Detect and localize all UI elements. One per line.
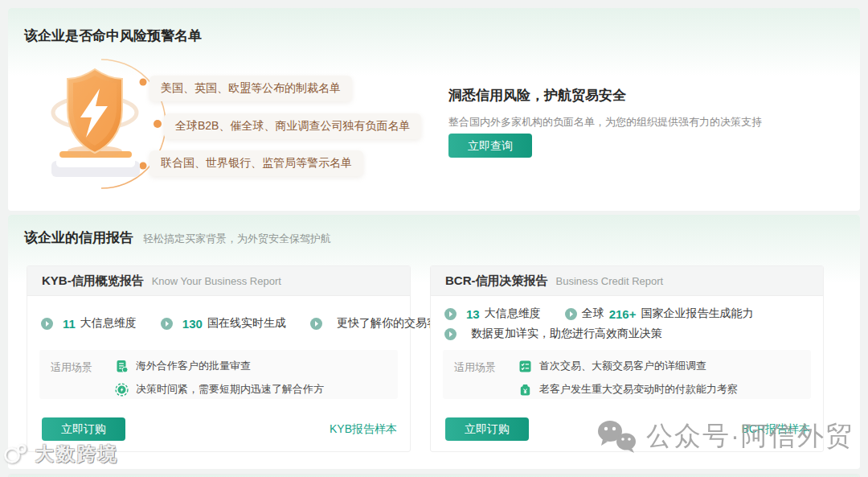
kyb-stat-countries: 130国在线实时生成 xyxy=(161,316,286,331)
kyb-stats: 11大信息维度 130国在线实时生成 更快了解你的交易客户 xyxy=(41,316,402,336)
kyb-title-cn: KYB-信用概览报告 xyxy=(42,273,144,289)
checklist-icon xyxy=(518,360,532,373)
money-bag-icon xyxy=(518,383,532,397)
kyb-scenario-batch-review: 海外合作客户的批量审查 xyxy=(115,359,324,373)
credit-report-section: 该企业的信用报告 轻松搞定买家背景，为外贸安全保驾护航 KYB-信用概览报告 K… xyxy=(8,215,860,469)
bcr-card-header: BCR-信用决策报告 Business Credit Report xyxy=(431,266,823,296)
kyb-stat-know-customer: 更快了解你的交易客户 xyxy=(310,316,449,331)
promo-title: 洞悉信用风险，护航贸易安全 xyxy=(448,86,626,105)
bcr-sample-link[interactable]: BCR报告样本 xyxy=(741,422,810,437)
bcr-scenario-box: 适用场景 首次交易、大额交易客户的详细调查 老客户发生重大交易变动时的付款能力考… xyxy=(443,350,811,399)
bcr-stats: 13大信息维度 全球216+国家企业报告生成能力 数据更加详实，助您进行高效商业… xyxy=(444,306,815,347)
sanction-list-tag: 美国、英国、欧盟等公布的制裁名单 xyxy=(149,76,352,101)
arrow-circle-icon xyxy=(310,318,322,330)
bcr-order-button[interactable]: 立即订购 xyxy=(445,417,529,441)
report-section-subtitle: 轻松搞定买家背景，为外贸安全保驾护航 xyxy=(143,232,331,246)
bcr-scenario-first-trade: 首次交易、大额交易客户的详细调查 xyxy=(518,359,738,373)
bcr-scenario-label: 适用场景 xyxy=(454,360,504,390)
promo-subtitle: 整合国内外多家机构的负面名单，为您的组织提供强有力的决策支持 xyxy=(448,115,762,130)
bcr-title-en: Business Credit Report xyxy=(556,275,664,287)
arrow-circle-icon xyxy=(41,318,53,330)
bcr-stat-countries: 全球216+国家企业报告生成能力 xyxy=(565,306,754,321)
kyb-order-button[interactable]: 立即订购 xyxy=(42,417,125,441)
kyb-scenario-fast-decision: 决策时间紧，需要短期内迅速了解合作方 xyxy=(115,382,324,397)
bcr-stat-detailed-data: 数据更加详实，助您进行高效商业决策 xyxy=(444,327,662,341)
kyb-sample-link[interactable]: KYB报告样本 xyxy=(330,422,397,437)
bcr-stat-dimensions: 13大信息维度 xyxy=(444,306,541,321)
document-check-icon xyxy=(115,360,129,373)
shield-illustration xyxy=(24,55,166,199)
kyb-scenario-box: 适用场景 海外合作客户的批量审查 决策时间紧，需要短期内迅速了解合作方 xyxy=(39,350,398,399)
shield-lightning-icon xyxy=(24,55,166,199)
kyb-scenario-label: 适用场景 xyxy=(51,360,100,390)
report-title-row: 该企业的信用报告 轻松搞定买家背景，为外贸安全保驾护航 xyxy=(24,228,331,247)
negative-list-tag: 全球B2B、催全球、商业调查公司独有负面名单 xyxy=(164,113,421,139)
report-section-title: 该企业的信用报告 xyxy=(24,228,133,247)
kyb-report-card: KYB-信用概览报告 Know Your Business Report 11大… xyxy=(27,265,411,452)
arrow-circle-icon xyxy=(161,318,173,330)
risk-warning-section: 该企业是否命中风险预警名单 xyxy=(8,8,860,211)
warning-list-tag: 联合国、世界银行、监管局等警示名单 xyxy=(149,150,363,176)
bcr-report-card: BCR-信用决策报告 Business Credit Report 13大信息维… xyxy=(430,265,824,452)
target-lightning-icon xyxy=(115,383,129,397)
arrow-circle-icon xyxy=(444,328,457,340)
bcr-title-cn: BCR-信用决策报告 xyxy=(445,273,548,289)
query-now-button[interactable]: 立即查询 xyxy=(448,134,532,158)
arrow-circle-icon xyxy=(565,308,577,320)
bcr-scenario-payment-ability: 老客户发生重大交易变动时的付款能力考察 xyxy=(518,382,738,397)
kyb-stat-dimensions: 11大信息维度 xyxy=(41,316,137,331)
arrow-circle-icon xyxy=(444,308,457,320)
risk-section-title: 该企业是否命中风险预警名单 xyxy=(24,27,202,45)
kyb-card-header: KYB-信用概览报告 Know Your Business Report xyxy=(27,266,410,296)
kyb-title-en: Know Your Business Report xyxy=(152,275,281,287)
next-section-edge xyxy=(8,474,860,477)
